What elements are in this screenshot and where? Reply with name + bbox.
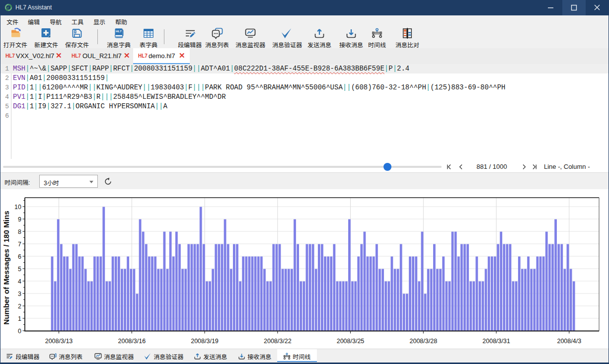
svg-text:2008/3/16: 2008/3/16 (118, 338, 146, 345)
svg-text:2008/3/22: 2008/3/22 (264, 338, 292, 345)
svg-text:6: 6 (18, 253, 21, 260)
svg-text:2008/3/25: 2008/3/25 (337, 338, 365, 345)
svg-text:2008/3/31: 2008/3/31 (482, 338, 510, 345)
svg-text:Number of Messages / 180 Mins: Number of Messages / 180 Mins (2, 211, 10, 325)
svg-text:4: 4 (18, 278, 21, 285)
svg-text:2: 2 (18, 303, 21, 310)
svg-text:2008/3/13: 2008/3/13 (45, 338, 73, 345)
svg-text:0: 0 (18, 328, 21, 335)
svg-text:5: 5 (18, 266, 21, 273)
svg-text:2008/3/28: 2008/3/28 (409, 338, 437, 345)
svg-text:7: 7 (18, 241, 21, 248)
svg-text:8: 8 (18, 228, 21, 235)
svg-text:2008/4/3: 2008/4/3 (557, 338, 581, 345)
svg-text:2008/3/19: 2008/3/19 (191, 338, 219, 345)
svg-text:10: 10 (14, 204, 21, 211)
svg-text:3: 3 (18, 291, 21, 297)
svg-text:HL7: HL7 (116, 29, 122, 33)
svg-text:1: 1 (18, 315, 21, 322)
svg-text:9: 9 (18, 216, 21, 223)
